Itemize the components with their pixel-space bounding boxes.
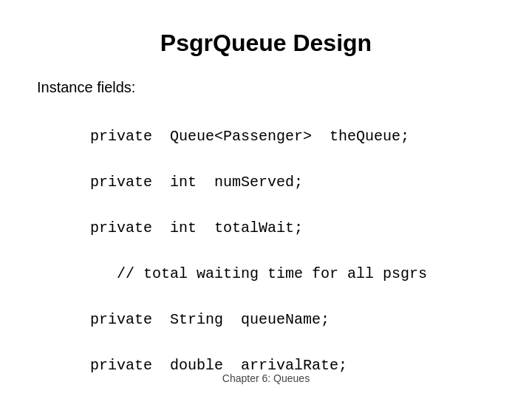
code-line-5: private String queueName; <box>90 311 330 328</box>
slide-title: PsgrQueue Design <box>37 30 495 57</box>
slide: PsgrQueue Design Instance fields: privat… <box>0 0 532 399</box>
code-line-2: private int numServed; <box>90 174 303 191</box>
code-line-4: // total waiting time for all psgrs <box>90 265 427 282</box>
footer-text: Chapter 6: Queues <box>0 372 532 384</box>
code-line-6: private double arrivalRate; <box>90 357 347 374</box>
content-area: Instance fields: private Queue<Passenger… <box>37 79 495 399</box>
section-label: Instance fields: <box>37 79 495 96</box>
code-block: private Queue<Passenger> theQueue; priva… <box>37 102 495 399</box>
code-line-3: private int totalWait; <box>90 219 303 236</box>
code-line-1: private Queue<Passenger> theQueue; <box>90 128 409 145</box>
